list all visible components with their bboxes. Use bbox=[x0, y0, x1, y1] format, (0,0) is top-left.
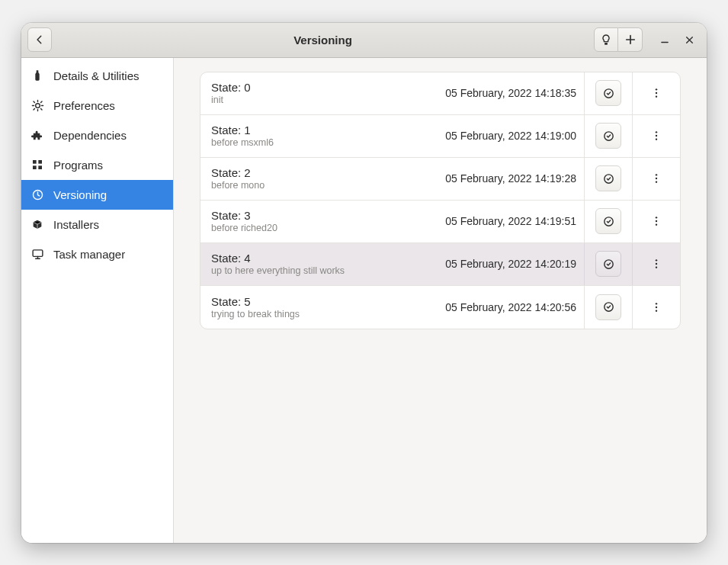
svg-point-29 bbox=[656, 310, 657, 311]
add-state-button[interactable] bbox=[618, 27, 643, 52]
svg-point-27 bbox=[656, 303, 657, 304]
state-subtitle: before riched20 bbox=[211, 223, 445, 233]
lightbulb-icon bbox=[600, 34, 612, 46]
state-row[interactable]: State: 4 up to here everything still wor… bbox=[200, 243, 680, 286]
restore-button[interactable] bbox=[595, 251, 621, 277]
state-info: State: 3 before riched20 bbox=[211, 209, 445, 233]
menu-cell bbox=[632, 158, 680, 200]
sidebar-item-details[interactable]: Details & Utilities bbox=[21, 61, 173, 91]
close-icon bbox=[685, 35, 694, 45]
kebab-icon bbox=[650, 258, 662, 270]
svg-rect-5 bbox=[33, 249, 43, 256]
restore-button[interactable] bbox=[595, 80, 621, 106]
state-info: State: 1 before msxml6 bbox=[211, 124, 445, 148]
minimize-button[interactable] bbox=[658, 33, 672, 47]
plus-icon bbox=[624, 34, 637, 46]
state-row[interactable]: State: 0 init 05 February, 2022 14:18:35 bbox=[200, 72, 680, 115]
window-controls bbox=[658, 33, 696, 47]
sidebar-item-label: Dependencies bbox=[53, 129, 127, 142]
kebab-icon bbox=[650, 301, 662, 313]
state-title: State: 5 bbox=[211, 295, 445, 308]
state-subtitle: before msxml6 bbox=[211, 137, 445, 148]
svg-point-28 bbox=[656, 306, 657, 307]
svg-point-25 bbox=[656, 266, 657, 268]
sidebar-item-taskmgr[interactable]: Task manager bbox=[21, 239, 173, 269]
row-menu-button[interactable] bbox=[643, 208, 669, 234]
clock-icon bbox=[30, 188, 44, 201]
state-timestamp: 05 February, 2022 14:19:51 bbox=[445, 215, 584, 227]
sidebar-item-programs[interactable]: Programs bbox=[21, 150, 173, 180]
menu-cell bbox=[632, 72, 680, 114]
state-info: State: 0 init bbox=[211, 81, 445, 105]
sidebar: Details & Utilities Preferences Dependen… bbox=[21, 58, 174, 543]
restore-cell bbox=[584, 286, 632, 329]
state-info: State: 5 trying to break things bbox=[211, 295, 445, 319]
clock-check-icon bbox=[602, 172, 615, 185]
puzzle-icon bbox=[30, 128, 44, 142]
sidebar-item-prefs[interactable]: Preferences bbox=[21, 91, 173, 120]
kebab-icon bbox=[650, 130, 662, 142]
gear-icon bbox=[30, 98, 44, 112]
state-row[interactable]: State: 2 before mono 05 February, 2022 1… bbox=[200, 158, 680, 201]
svg-point-8 bbox=[656, 92, 657, 94]
sidebar-item-deps[interactable]: Dependencies bbox=[21, 120, 173, 150]
restore-button[interactable] bbox=[595, 208, 621, 234]
sidebar-item-label: Versioning bbox=[53, 188, 107, 201]
sidebar-item-installers[interactable]: Installers bbox=[21, 210, 173, 239]
svg-point-16 bbox=[656, 178, 657, 179]
svg-point-12 bbox=[656, 135, 657, 136]
svg-rect-0 bbox=[33, 160, 37, 164]
restore-button[interactable] bbox=[595, 294, 621, 320]
row-menu-button[interactable] bbox=[643, 80, 669, 106]
state-title: State: 2 bbox=[211, 166, 445, 179]
titlebar: Versioning bbox=[21, 23, 707, 58]
svg-point-15 bbox=[656, 174, 657, 175]
svg-point-24 bbox=[656, 263, 657, 265]
hint-button[interactable] bbox=[594, 27, 618, 52]
svg-point-23 bbox=[656, 259, 657, 261]
row-menu-button[interactable] bbox=[643, 294, 669, 320]
state-timestamp: 05 February, 2022 14:18:35 bbox=[445, 87, 584, 99]
state-row[interactable]: State: 5 trying to break things 05 Febru… bbox=[200, 286, 680, 329]
sidebar-item-label: Task manager bbox=[53, 248, 125, 261]
minimize-icon bbox=[659, 34, 670, 45]
state-info: State: 4 up to here everything still wor… bbox=[211, 252, 445, 276]
svg-point-20 bbox=[656, 220, 657, 222]
menu-cell bbox=[632, 115, 680, 157]
sidebar-item-label: Installers bbox=[53, 218, 99, 231]
row-menu-button[interactable] bbox=[643, 165, 669, 191]
svg-rect-1 bbox=[38, 160, 42, 164]
restore-cell bbox=[584, 158, 632, 200]
clock-check-icon bbox=[602, 87, 615, 100]
state-title: State: 4 bbox=[211, 252, 445, 265]
restore-button[interactable] bbox=[595, 123, 621, 149]
svg-point-17 bbox=[656, 181, 657, 182]
state-subtitle: before mono bbox=[211, 180, 445, 191]
body: Details & Utilities Preferences Dependen… bbox=[21, 58, 707, 543]
back-button[interactable] bbox=[27, 27, 52, 52]
clock-check-icon bbox=[602, 258, 615, 271]
menu-cell bbox=[632, 286, 680, 329]
restore-cell bbox=[584, 201, 632, 242]
clock-check-icon bbox=[602, 215, 615, 228]
row-menu-button[interactable] bbox=[643, 123, 669, 149]
content: State: 0 init 05 February, 2022 14:18:35… bbox=[174, 58, 707, 543]
sidebar-item-label: Details & Utilities bbox=[53, 69, 140, 82]
kebab-icon bbox=[650, 215, 662, 227]
state-subtitle: trying to break things bbox=[211, 309, 445, 319]
menu-cell bbox=[632, 243, 680, 285]
restore-button[interactable] bbox=[595, 165, 621, 191]
close-button[interactable] bbox=[682, 33, 696, 47]
svg-point-9 bbox=[656, 95, 657, 97]
sidebar-item-versioning[interactable]: Versioning bbox=[21, 180, 173, 210]
restore-cell bbox=[584, 115, 632, 157]
state-info: State: 2 before mono bbox=[211, 166, 445, 191]
state-row[interactable]: State: 3 before riched20 05 February, 20… bbox=[200, 201, 680, 243]
monitor-icon bbox=[30, 247, 44, 261]
state-row[interactable]: State: 1 before msxml6 05 February, 2022… bbox=[200, 115, 680, 158]
states-list: State: 0 init 05 February, 2022 14:18:35… bbox=[200, 72, 681, 329]
page-title: Versioning bbox=[56, 34, 589, 47]
header-actions bbox=[594, 27, 643, 52]
row-menu-button[interactable] bbox=[643, 251, 669, 277]
bottle-icon bbox=[30, 69, 44, 82]
